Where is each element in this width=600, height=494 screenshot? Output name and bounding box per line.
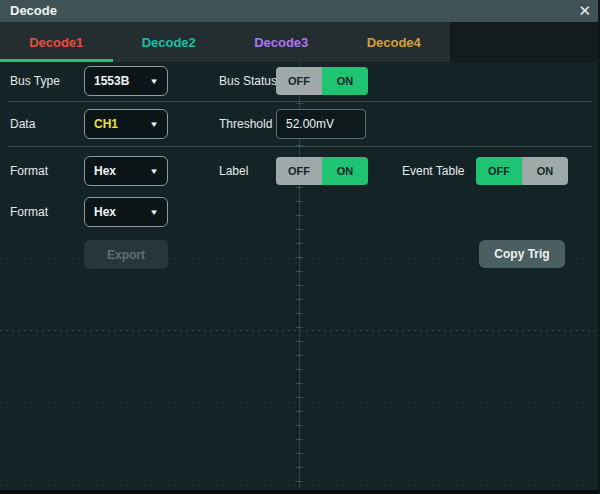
chevron-down-icon: ▼ <box>149 77 159 86</box>
bus-type-value: 1553B <box>94 74 129 88</box>
export-button[interactable]: Export <box>84 240 168 269</box>
chevron-down-icon: ▼ <box>149 120 159 129</box>
tab-group: Decode1 Decode2 Decode3 Decode4 <box>0 22 450 62</box>
title-bar: Decode ✕ <box>0 0 600 22</box>
separator <box>8 146 592 147</box>
data-source-dropdown[interactable]: CH1 ▼ <box>84 109 168 139</box>
label-toggle-off[interactable]: OFF <box>276 157 322 185</box>
tab-decode1[interactable]: Decode1 <box>0 22 113 62</box>
bus-type-dropdown[interactable]: 1553B ▼ <box>84 66 168 96</box>
format-display-label: Format <box>10 164 48 178</box>
close-icon[interactable]: ✕ <box>578 0 591 22</box>
graticule-horizontal-line <box>0 330 600 331</box>
format-trigger-label: Format <box>10 205 48 219</box>
event-table-label: Event Table <box>402 164 465 178</box>
format-trigger-dropdown[interactable]: Hex ▼ <box>84 197 168 227</box>
separator <box>8 101 592 102</box>
tab-decode3[interactable]: Decode3 <box>225 22 338 62</box>
label-toggle-label: Label <box>219 164 248 178</box>
chevron-down-icon: ▼ <box>149 167 159 176</box>
bus-type-label: Bus Type <box>10 74 60 88</box>
graticule-horizontal-line <box>0 402 600 403</box>
event-table-off[interactable]: OFF <box>476 157 522 185</box>
bus-status-toggle[interactable]: OFF ON <box>276 67 368 95</box>
format-display-dropdown[interactable]: Hex ▼ <box>84 156 168 186</box>
label-toggle-on[interactable]: ON <box>322 157 368 185</box>
tab-decode4-label: Decode4 <box>367 35 421 50</box>
event-table-on[interactable]: ON <box>522 157 568 185</box>
data-source-label: Data <box>10 117 35 131</box>
bus-status-label: Bus Status <box>219 74 277 88</box>
chevron-down-icon: ▼ <box>149 208 159 217</box>
threshold-label: Threshold <box>219 117 272 131</box>
event-table-toggle[interactable]: OFF ON <box>476 157 568 185</box>
format-display-value: Hex <box>94 164 116 178</box>
decode-dialog: Decode ✕ Decode1 Decode2 Decode3 Decode4… <box>0 0 600 494</box>
format-trigger-value: Hex <box>94 205 116 219</box>
copy-trig-button[interactable]: Copy Trig <box>479 240 565 268</box>
label-toggle[interactable]: OFF ON <box>276 157 368 185</box>
threshold-value: 52.00mV <box>286 117 334 131</box>
tab-decode2-label: Decode2 <box>142 35 196 50</box>
data-source-value: CH1 <box>94 117 118 131</box>
dialog-title: Decode <box>10 0 57 22</box>
bus-status-off[interactable]: OFF <box>276 67 322 95</box>
bus-status-on[interactable]: ON <box>322 67 368 95</box>
threshold-input[interactable]: 52.00mV <box>276 109 366 139</box>
graticule-horizontal-line <box>0 485 600 486</box>
bottom-strip <box>0 490 600 494</box>
tab-strip: Decode1 Decode2 Decode3 Decode4 <box>0 22 600 62</box>
tab-decode4[interactable]: Decode4 <box>338 22 451 62</box>
tab-decode1-label: Decode1 <box>29 35 83 50</box>
tab-decode3-label: Decode3 <box>254 35 308 50</box>
tab-decode2[interactable]: Decode2 <box>113 22 226 62</box>
